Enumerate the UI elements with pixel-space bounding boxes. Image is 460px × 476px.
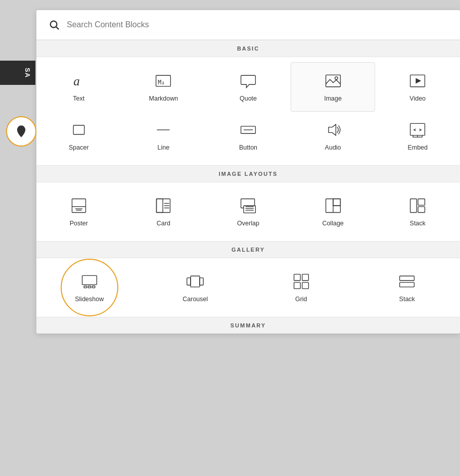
svg-point-0 (51, 21, 57, 28)
block-card[interactable]: Card (121, 187, 206, 236)
gallery-stack-icon (398, 272, 416, 291)
markdown-icon: M↓ (154, 72, 172, 90)
poster-icon (70, 197, 88, 215)
svg-text:a: a (73, 74, 80, 88)
block-text[interactable]: a Text (36, 62, 121, 112)
sidebar-tab-label: SA (24, 68, 31, 78)
svg-marker-8 (416, 78, 422, 84)
text-icon: a (70, 72, 88, 90)
grid-icon (292, 272, 310, 291)
svg-rect-43 (187, 278, 191, 285)
stack-layout-icon (408, 197, 427, 215)
slideshow-icon (80, 272, 99, 291)
svg-rect-41 (92, 286, 95, 288)
content-icon (6, 116, 36, 147)
teardrop-icon (14, 124, 28, 138)
block-video[interactable]: Video (375, 62, 460, 112)
card-icon (154, 197, 172, 215)
content-blocks-panel: BASIC a Text M↓ Markdown Quote (36, 10, 460, 334)
section-header-summary: SUMMARY (36, 317, 460, 334)
svg-rect-9 (73, 125, 84, 134)
svg-text:M↓: M↓ (158, 79, 165, 86)
svg-marker-13 (329, 124, 336, 135)
svg-rect-40 (88, 286, 90, 288)
svg-rect-48 (302, 282, 309, 289)
basic-grid: a Text M↓ Markdown Quote I (36, 57, 460, 165)
svg-rect-50 (400, 282, 415, 287)
button-icon (239, 121, 257, 139)
gallery-grid: Slideshow Carousel Grid (36, 258, 460, 317)
quote-icon (239, 72, 257, 90)
svg-rect-46 (302, 274, 309, 281)
block-poster[interactable]: Poster (36, 187, 121, 236)
svg-rect-39 (84, 286, 86, 288)
svg-rect-5 (326, 75, 340, 86)
line-icon (154, 121, 172, 139)
spacer-icon (70, 121, 88, 139)
svg-rect-47 (294, 282, 300, 289)
svg-line-1 (56, 27, 59, 29)
svg-rect-36 (418, 207, 425, 213)
svg-rect-34 (410, 199, 417, 213)
image-layouts-grid: Poster Card Overlap (36, 182, 460, 241)
svg-point-6 (335, 77, 337, 79)
svg-rect-44 (200, 278, 203, 285)
section-header-gallery: GALLERY (36, 241, 460, 258)
collage-icon (324, 197, 342, 215)
sidebar-tab[interactable]: SA (0, 61, 35, 85)
block-image[interactable]: Image (291, 62, 376, 112)
section-header-basic: BASIC (36, 40, 460, 57)
block-embed[interactable]: Embed (375, 112, 460, 160)
search-bar (36, 10, 460, 40)
image-icon (324, 72, 342, 90)
block-grid[interactable]: Grid (248, 263, 354, 312)
svg-rect-14 (410, 123, 425, 135)
svg-rect-38 (82, 275, 97, 284)
svg-rect-45 (294, 274, 300, 281)
block-slideshow[interactable]: Slideshow (36, 263, 143, 312)
block-markdown[interactable]: M↓ Markdown (121, 62, 206, 112)
block-carousel[interactable]: Carousel (143, 263, 249, 312)
embed-icon (408, 121, 427, 139)
svg-rect-21 (157, 199, 163, 213)
block-spacer[interactable]: Spacer (36, 112, 121, 160)
block-line[interactable]: Line (121, 112, 206, 160)
search-icon (49, 19, 60, 30)
search-input[interactable] (67, 20, 448, 29)
overlap-icon (239, 197, 257, 215)
video-icon (408, 72, 427, 90)
svg-rect-49 (400, 276, 415, 280)
block-audio[interactable]: Audio (291, 112, 376, 160)
audio-icon (324, 121, 342, 139)
block-quote[interactable]: Quote (206, 62, 291, 112)
carousel-icon (186, 272, 204, 291)
svg-rect-31 (333, 199, 340, 206)
block-collage[interactable]: Collage (291, 187, 376, 236)
block-stack-layout[interactable]: Stack (375, 187, 460, 236)
block-overlap[interactable]: Overlap (206, 187, 291, 236)
block-button[interactable]: Button (206, 112, 291, 160)
block-gallery-stack[interactable]: Stack (354, 263, 461, 312)
svg-rect-35 (418, 199, 425, 206)
section-header-image-layouts: IMAGE LAYOUTS (36, 165, 460, 182)
svg-rect-42 (191, 276, 200, 287)
